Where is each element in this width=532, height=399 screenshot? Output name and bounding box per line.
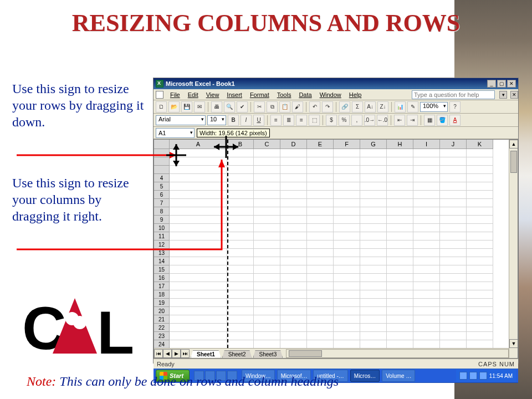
cell[interactable] <box>413 199 440 207</box>
cell[interactable] <box>387 241 413 249</box>
merge-center-icon[interactable]: ⬚ <box>309 115 320 126</box>
cell[interactable] <box>387 290 413 299</box>
cell[interactable] <box>413 282 440 290</box>
cell[interactable] <box>334 241 360 249</box>
cell[interactable] <box>334 232 360 241</box>
cell[interactable] <box>170 241 227 249</box>
cell[interactable] <box>227 232 254 241</box>
cell[interactable] <box>170 257 227 265</box>
cell[interactable] <box>413 332 440 340</box>
cell[interactable] <box>387 174 413 182</box>
cell[interactable] <box>254 241 280 249</box>
cell[interactable] <box>227 282 254 290</box>
cell[interactable] <box>467 232 493 241</box>
cell[interactable] <box>254 191 280 199</box>
cell[interactable] <box>440 265 467 274</box>
row-header[interactable] <box>154 157 170 166</box>
cell[interactable] <box>440 157 467 166</box>
cell[interactable] <box>227 299 254 307</box>
cell[interactable] <box>307 166 334 174</box>
open-icon[interactable]: 📂 <box>168 101 180 112</box>
cell[interactable] <box>170 340 227 349</box>
cell[interactable] <box>360 166 387 174</box>
cell[interactable] <box>360 257 387 265</box>
hyperlink-icon[interactable]: 🔗 <box>339 101 350 112</box>
cell[interactable] <box>413 299 440 307</box>
tab-nav-first-icon[interactable]: ⏮ <box>154 349 163 358</box>
cell[interactable] <box>440 332 467 340</box>
cell[interactable] <box>170 174 227 182</box>
cell[interactable] <box>413 207 440 216</box>
menu-format[interactable]: Format <box>247 90 273 99</box>
sheet-tab-1[interactable]: Sheet1 <box>191 350 221 358</box>
cell[interactable] <box>227 157 254 166</box>
cell[interactable] <box>254 182 280 191</box>
cell[interactable] <box>360 174 387 182</box>
cell[interactable] <box>254 207 280 216</box>
row-header[interactable]: 4 <box>154 174 170 182</box>
cell[interactable] <box>360 299 387 307</box>
cell[interactable] <box>387 282 413 290</box>
cell[interactable] <box>170 149 227 157</box>
row-header[interactable]: 24 <box>154 340 170 349</box>
cell[interactable] <box>387 299 413 307</box>
cell[interactable] <box>360 199 387 207</box>
cell[interactable] <box>307 332 334 340</box>
cell[interactable] <box>387 265 413 274</box>
cell[interactable] <box>280 249 307 257</box>
cell[interactable] <box>227 307 254 315</box>
font-name-select[interactable]: Arial <box>156 115 206 125</box>
cell[interactable] <box>307 274 334 282</box>
row-header[interactable]: 22 <box>154 324 170 332</box>
spreadsheet-grid[interactable]: A B C D E F G H I J K 456789101112131415… <box>154 139 518 359</box>
cell[interactable] <box>227 340 254 349</box>
cell[interactable] <box>440 299 467 307</box>
cell[interactable] <box>254 149 280 157</box>
cell[interactable] <box>254 216 280 224</box>
cell[interactable] <box>227 216 254 224</box>
cell[interactable] <box>467 157 493 166</box>
cell[interactable] <box>254 199 280 207</box>
cell[interactable] <box>413 182 440 191</box>
cell[interactable] <box>170 274 227 282</box>
cell[interactable] <box>360 232 387 241</box>
cell[interactable] <box>360 332 387 340</box>
row-header[interactable]: 7 <box>154 199 170 207</box>
cell[interactable] <box>467 257 493 265</box>
menu-tools[interactable]: Tools <box>274 90 295 99</box>
cell[interactable] <box>413 265 440 274</box>
column-header-e[interactable]: E <box>307 140 334 149</box>
cell[interactable] <box>227 315 254 324</box>
close-button[interactable]: ✕ <box>507 80 516 88</box>
borders-icon[interactable]: ▦ <box>424 115 435 126</box>
cell[interactable] <box>467 265 493 274</box>
cell[interactable] <box>227 324 254 332</box>
cell[interactable] <box>440 166 467 174</box>
tray-icon-1[interactable] <box>459 372 467 380</box>
cell[interactable] <box>280 224 307 232</box>
cell[interactable] <box>170 299 227 307</box>
cell[interactable] <box>360 282 387 290</box>
cell[interactable] <box>440 315 467 324</box>
cell[interactable] <box>413 241 440 249</box>
cell[interactable] <box>334 191 360 199</box>
undo-icon[interactable]: ↶ <box>309 101 320 112</box>
cell[interactable] <box>360 182 387 191</box>
cell[interactable] <box>387 307 413 315</box>
decrease-indent-icon[interactable]: ⇤ <box>394 115 405 126</box>
cell[interactable] <box>467 299 493 307</box>
cell[interactable] <box>387 224 413 232</box>
row-header[interactable]: 20 <box>154 307 170 315</box>
cell[interactable] <box>254 290 280 299</box>
print-preview-icon[interactable]: 🔍 <box>224 101 235 112</box>
cell[interactable] <box>413 249 440 257</box>
cell[interactable] <box>387 315 413 324</box>
scroll-down-icon[interactable]: ▼ <box>509 339 518 348</box>
maximize-button[interactable]: ▢ <box>497 80 506 88</box>
cell[interactable] <box>227 207 254 216</box>
tray-icon-3[interactable] <box>479 372 487 380</box>
cell[interactable] <box>280 299 307 307</box>
cell[interactable] <box>170 307 227 315</box>
cell[interactable] <box>280 332 307 340</box>
cell[interactable] <box>254 249 280 257</box>
